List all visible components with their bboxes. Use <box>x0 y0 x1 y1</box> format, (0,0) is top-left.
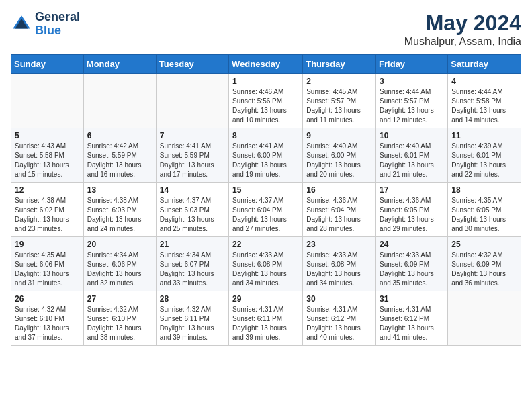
day-number: 4 <box>451 77 517 86</box>
calendar-header: SundayMondayTuesdayWednesdayThursdayFrid… <box>11 55 521 74</box>
day-number: 14 <box>160 185 225 195</box>
day-info: Sunrise: 4:34 AM Sunset: 6:06 PM Dayligh… <box>87 250 152 288</box>
calendar-cell: 26Sunrise: 4:32 AM Sunset: 6:10 PM Dayli… <box>11 291 84 346</box>
day-number: 20 <box>87 240 152 249</box>
day-number: 7 <box>160 131 225 140</box>
day-number: 10 <box>380 131 444 140</box>
day-number: 13 <box>87 185 152 195</box>
calendar-cell: 16Sunrise: 4:36 AM Sunset: 6:04 PM Dayli… <box>303 183 376 237</box>
day-info: Sunrise: 4:33 AM Sunset: 6:08 PM Dayligh… <box>232 250 299 288</box>
day-number: 11 <box>451 131 517 140</box>
calendar-cell: 4Sunrise: 4:44 AM Sunset: 5:58 PM Daylig… <box>448 74 521 128</box>
weekday-header: Sunday <box>11 55 84 74</box>
day-info: Sunrise: 4:35 AM Sunset: 6:05 PM Dayligh… <box>451 196 517 234</box>
day-info: Sunrise: 4:32 AM Sunset: 6:09 PM Dayligh… <box>451 250 517 288</box>
day-number: 5 <box>15 131 80 140</box>
calendar-subtitle: Mushalpur, Assam, India <box>404 36 521 48</box>
calendar-week-row: 12Sunrise: 4:38 AM Sunset: 6:02 PM Dayli… <box>11 183 521 237</box>
day-info: Sunrise: 4:43 AM Sunset: 5:58 PM Dayligh… <box>15 142 80 179</box>
calendar-cell: 15Sunrise: 4:37 AM Sunset: 6:04 PM Dayli… <box>229 183 303 237</box>
calendar-cell: 14Sunrise: 4:37 AM Sunset: 6:03 PM Dayli… <box>156 183 228 237</box>
calendar-cell: 3Sunrise: 4:44 AM Sunset: 5:57 PM Daylig… <box>376 74 448 128</box>
logo-icon <box>11 13 32 35</box>
day-number: 28 <box>160 294 225 304</box>
calendar-cell: 31Sunrise: 4:31 AM Sunset: 6:12 PM Dayli… <box>376 291 448 346</box>
day-number: 6 <box>87 131 152 140</box>
day-number: 8 <box>232 131 299 140</box>
day-info: Sunrise: 4:31 AM Sunset: 6:12 PM Dayligh… <box>380 305 444 342</box>
day-number: 22 <box>232 240 299 249</box>
day-number: 21 <box>160 240 225 249</box>
day-info: Sunrise: 4:44 AM Sunset: 5:58 PM Dayligh… <box>451 87 517 125</box>
weekday-header-row: SundayMondayTuesdayWednesdayThursdayFrid… <box>11 55 521 74</box>
calendar-cell <box>83 74 156 128</box>
day-number: 24 <box>380 240 444 249</box>
day-info: Sunrise: 4:36 AM Sunset: 6:05 PM Dayligh… <box>380 196 444 234</box>
day-info: Sunrise: 4:37 AM Sunset: 6:03 PM Dayligh… <box>160 196 225 234</box>
day-number: 3 <box>380 77 444 86</box>
calendar-cell: 29Sunrise: 4:31 AM Sunset: 6:11 PM Dayli… <box>229 291 303 346</box>
calendar-cell: 1Sunrise: 4:46 AM Sunset: 5:56 PM Daylig… <box>229 74 303 128</box>
calendar-cell: 27Sunrise: 4:32 AM Sunset: 6:10 PM Dayli… <box>83 291 156 346</box>
day-number: 27 <box>87 294 152 304</box>
day-info: Sunrise: 4:46 AM Sunset: 5:56 PM Dayligh… <box>232 87 299 125</box>
calendar-table: SundayMondayTuesdayWednesdayThursdayFrid… <box>11 54 521 346</box>
calendar-cell <box>448 291 521 346</box>
day-info: Sunrise: 4:32 AM Sunset: 6:10 PM Dayligh… <box>87 305 152 342</box>
calendar-cell: 7Sunrise: 4:41 AM Sunset: 5:59 PM Daylig… <box>156 128 228 183</box>
weekday-header: Friday <box>376 55 448 74</box>
calendar-cell: 23Sunrise: 4:33 AM Sunset: 6:08 PM Dayli… <box>303 237 376 291</box>
day-number: 18 <box>451 185 517 195</box>
calendar-body: 1Sunrise: 4:46 AM Sunset: 5:56 PM Daylig… <box>11 74 521 346</box>
calendar-week-row: 5Sunrise: 4:43 AM Sunset: 5:58 PM Daylig… <box>11 128 521 183</box>
calendar-cell: 30Sunrise: 4:31 AM Sunset: 6:12 PM Dayli… <box>303 291 376 346</box>
calendar-title: May 2024 <box>404 11 521 36</box>
day-info: Sunrise: 4:34 AM Sunset: 6:07 PM Dayligh… <box>160 250 225 288</box>
day-info: Sunrise: 4:32 AM Sunset: 6:10 PM Dayligh… <box>15 305 80 342</box>
day-info: Sunrise: 4:31 AM Sunset: 6:11 PM Dayligh… <box>232 305 299 342</box>
day-info: Sunrise: 4:36 AM Sunset: 6:04 PM Dayligh… <box>306 196 372 234</box>
calendar-cell: 10Sunrise: 4:40 AM Sunset: 6:01 PM Dayli… <box>376 128 448 183</box>
day-info: Sunrise: 4:35 AM Sunset: 6:06 PM Dayligh… <box>15 250 80 288</box>
day-info: Sunrise: 4:44 AM Sunset: 5:57 PM Dayligh… <box>380 87 444 125</box>
calendar-cell: 24Sunrise: 4:33 AM Sunset: 6:09 PM Dayli… <box>376 237 448 291</box>
calendar-cell <box>11 74 84 128</box>
day-info: Sunrise: 4:38 AM Sunset: 6:02 PM Dayligh… <box>15 196 80 234</box>
logo: General Blue <box>11 11 80 38</box>
calendar-cell: 8Sunrise: 4:41 AM Sunset: 6:00 PM Daylig… <box>229 128 303 183</box>
calendar-cell: 25Sunrise: 4:32 AM Sunset: 6:09 PM Dayli… <box>448 237 521 291</box>
day-number: 2 <box>306 77 372 86</box>
weekday-header: Thursday <box>303 55 376 74</box>
calendar-cell: 2Sunrise: 4:45 AM Sunset: 5:57 PM Daylig… <box>303 74 376 128</box>
calendar-week-row: 26Sunrise: 4:32 AM Sunset: 6:10 PM Dayli… <box>11 291 521 346</box>
weekday-header: Saturday <box>448 55 521 74</box>
day-info: Sunrise: 4:45 AM Sunset: 5:57 PM Dayligh… <box>306 87 372 125</box>
calendar-cell: 17Sunrise: 4:36 AM Sunset: 6:05 PM Dayli… <box>376 183 448 237</box>
day-number: 12 <box>15 185 80 195</box>
calendar-cell: 20Sunrise: 4:34 AM Sunset: 6:06 PM Dayli… <box>83 237 156 291</box>
day-info: Sunrise: 4:32 AM Sunset: 6:11 PM Dayligh… <box>160 305 225 342</box>
page-header: General Blue May 2024 Mushalpur, Assam, … <box>11 11 521 48</box>
calendar-cell: 22Sunrise: 4:33 AM Sunset: 6:08 PM Dayli… <box>229 237 303 291</box>
calendar-cell: 13Sunrise: 4:38 AM Sunset: 6:03 PM Dayli… <box>83 183 156 237</box>
calendar-cell: 6Sunrise: 4:42 AM Sunset: 5:59 PM Daylig… <box>83 128 156 183</box>
day-info: Sunrise: 4:33 AM Sunset: 6:08 PM Dayligh… <box>306 250 372 288</box>
day-number: 29 <box>232 294 299 304</box>
day-number: 23 <box>306 240 372 249</box>
day-number: 15 <box>232 185 299 195</box>
day-number: 17 <box>380 185 444 195</box>
day-info: Sunrise: 4:33 AM Sunset: 6:09 PM Dayligh… <box>380 250 444 288</box>
calendar-week-row: 19Sunrise: 4:35 AM Sunset: 6:06 PM Dayli… <box>11 237 521 291</box>
calendar-cell: 21Sunrise: 4:34 AM Sunset: 6:07 PM Dayli… <box>156 237 228 291</box>
day-info: Sunrise: 4:39 AM Sunset: 6:01 PM Dayligh… <box>451 142 517 179</box>
day-info: Sunrise: 4:38 AM Sunset: 6:03 PM Dayligh… <box>87 196 152 234</box>
calendar-cell: 28Sunrise: 4:32 AM Sunset: 6:11 PM Dayli… <box>156 291 228 346</box>
calendar-cell <box>156 74 228 128</box>
calendar-cell: 11Sunrise: 4:39 AM Sunset: 6:01 PM Dayli… <box>448 128 521 183</box>
title-block: May 2024 Mushalpur, Assam, India <box>404 11 521 48</box>
day-number: 1 <box>232 77 299 86</box>
day-info: Sunrise: 4:41 AM Sunset: 6:00 PM Dayligh… <box>232 142 299 179</box>
calendar-cell: 9Sunrise: 4:40 AM Sunset: 6:00 PM Daylig… <box>303 128 376 183</box>
weekday-header: Monday <box>83 55 156 74</box>
calendar-week-row: 1Sunrise: 4:46 AM Sunset: 5:56 PM Daylig… <box>11 74 521 128</box>
